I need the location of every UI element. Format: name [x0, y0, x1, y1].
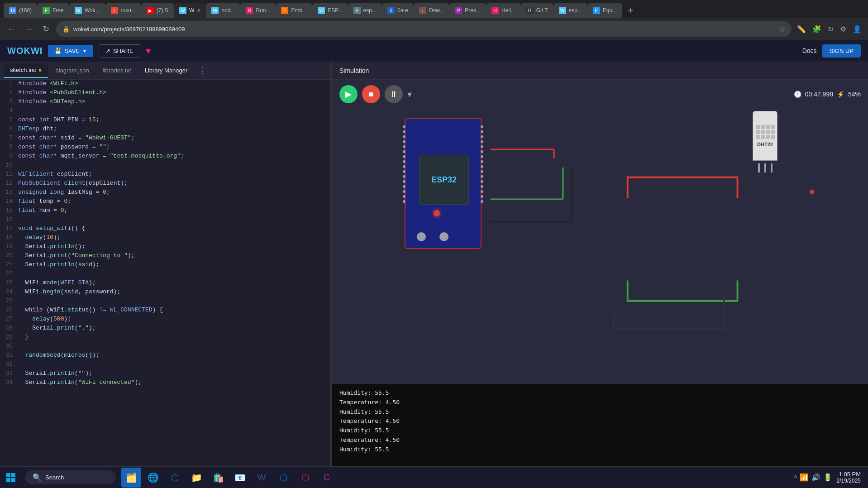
code-line-34: 34 Serial.println("WiFi connected");: [0, 378, 330, 388]
back-button[interactable]: ←: [5, 22, 18, 36]
tab-title-1: (160): [19, 7, 32, 14]
heart-button[interactable]: ♥: [146, 46, 151, 56]
tab-1[interactable]: 16 (160): [4, 3, 37, 18]
tab-14[interactable]: P Pres...: [449, 3, 486, 18]
tab-favicon-9: E: [281, 7, 288, 14]
tab-10[interactable]: W ESP...: [312, 3, 348, 18]
tab-8[interactable]: R Run...: [240, 3, 276, 18]
tab-12[interactable]: 0 0a-e: [382, 3, 414, 18]
code-line-13: 13 unsigned long lastMsg = 0;: [0, 188, 330, 197]
tab-18[interactable]: E Equ...: [587, 3, 622, 18]
lock-icon: 🔒: [62, 26, 70, 33]
tab-sketch-ino[interactable]: sketch.ino●: [4, 63, 48, 78]
tab-title-4: ruku...: [121, 7, 136, 14]
start-button[interactable]: [0, 467, 22, 488]
tab-title-6: W: [189, 7, 194, 14]
code-line-1: 1 #include <WiFi.h>: [0, 80, 330, 89]
time-display[interactable]: 1:05 PM 2/19/2025: [837, 471, 861, 484]
taskbar-app-explorer[interactable]: 📁: [186, 468, 206, 488]
svg-rect-7: [11, 473, 15, 477]
status-dot: [810, 190, 814, 194]
tab-favicon-5: ▶: [147, 7, 154, 14]
tab-15[interactable]: H Hell...: [486, 3, 521, 18]
taskbar-app-browser[interactable]: 🌐: [143, 468, 163, 488]
stop-button[interactable]: ■: [362, 85, 380, 103]
search-icon: 🔍: [33, 473, 42, 482]
tab-library-manager[interactable]: Library Manager: [138, 63, 194, 77]
code-panel: sketch.ino● diagram.json libraries.txt L…: [0, 62, 330, 488]
app-header: WOKWI 💾 SAVE ▼ ↗ SHARE ♥ Docs SIGN UP: [0, 40, 868, 62]
wifi-icon[interactable]: 📶: [800, 473, 809, 482]
taskbar-search-box[interactable]: 🔍 Search: [25, 470, 116, 484]
tab-close-6[interactable]: ×: [197, 7, 200, 14]
esp32-board: ESP32: [405, 118, 482, 249]
tab-title-7: nod...: [221, 7, 235, 14]
taskbar-app-word[interactable]: W: [252, 468, 272, 488]
account-icon[interactable]: 👤: [851, 23, 863, 35]
taskbar-app-vscode[interactable]: ⬡: [273, 468, 293, 488]
tab-favicon-8: R: [246, 7, 253, 14]
share-button[interactable]: ↗ SHARE: [99, 44, 140, 57]
taskbar-app-store[interactable]: 🛍️: [208, 468, 228, 488]
reload-button[interactable]: ↻: [39, 22, 52, 36]
forward-button[interactable]: →: [22, 22, 35, 36]
save-button[interactable]: 💾 SAVE ▼: [48, 45, 93, 57]
tray-chevron[interactable]: ^: [794, 474, 797, 481]
serial-line-7: Humidity: 55.5: [339, 445, 861, 455]
mail-icon: 📧: [234, 472, 246, 483]
tab-title-13: Dow...: [429, 7, 444, 14]
tab-13[interactable]: ↓ Dow...: [414, 3, 449, 18]
code-line-33: 33 Serial.println("");: [0, 369, 330, 378]
docs-link[interactable]: Docs: [802, 47, 817, 54]
tab-2[interactable]: F Free: [37, 3, 69, 18]
taskbar-app-sql[interactable]: ⬡: [295, 468, 315, 488]
tab-16[interactable]: G Git T: [521, 3, 553, 18]
speaker-icon[interactable]: 🔊: [811, 473, 820, 482]
taskbar-app-mail[interactable]: 📧: [230, 468, 250, 488]
code-line-19: 19 Serial.println();: [0, 243, 330, 252]
tab-6-active[interactable]: W W ×: [174, 3, 206, 18]
code-line-16: 16: [0, 215, 330, 225]
settings-icon[interactable]: ⚙: [838, 23, 848, 35]
wifi-dropdown[interactable]: ▾: [407, 89, 412, 100]
tab-favicon-11: e: [353, 7, 361, 14]
tab-11[interactable]: e esp...: [348, 3, 382, 18]
star-icon[interactable]: ☆: [779, 25, 785, 33]
app: WOKWI 💾 SAVE ▼ ↗ SHARE ♥ Docs SIGN UP sk…: [0, 40, 868, 488]
extensions-icon[interactable]: 🧩: [811, 23, 823, 35]
play-button[interactable]: ▶: [339, 85, 358, 103]
more-tabs-button[interactable]: ⋮: [195, 64, 210, 77]
signup-button[interactable]: SIGN UP: [822, 44, 861, 57]
circuit-canvas[interactable]: ESP32: [332, 109, 868, 383]
code-line-9: 9 const char* mqtt_server = "test.mosqui…: [0, 152, 330, 161]
tab-diagram-json[interactable]: diagram.json: [49, 63, 95, 77]
tab-title-17: esp...: [569, 7, 582, 14]
taskbar-right: ^ 📶 🔊 🔋 1:05 PM 2/19/2025: [794, 471, 868, 484]
reload-addr-icon[interactable]: ↻: [826, 23, 835, 35]
url-box[interactable]: 🔒 wokwi.com/projects/369702188899089409 …: [56, 21, 792, 37]
share-icon: ↗: [105, 48, 110, 54]
tab-7[interactable]: W nod...: [206, 3, 240, 18]
code-line-30: 30: [0, 342, 330, 351]
taskbar-apps: 🗂️ 🌐 ⬡ 📁 🛍️ 📧 W ⬡ ⬡ C: [121, 468, 337, 488]
taskbar-app-files[interactable]: 🗂️: [121, 468, 141, 488]
taskbar-app-cpp[interactable]: C: [317, 468, 337, 488]
tab-3[interactable]: W Wok...: [69, 3, 105, 18]
battery-icon[interactable]: 🔋: [823, 473, 832, 482]
edge-icon: ⬡: [171, 472, 179, 483]
tab-libraries-txt[interactable]: libraries.txt: [96, 63, 138, 77]
code-line-8: 8 const char* password = "";: [0, 143, 330, 152]
edit-icon[interactable]: ✏️: [795, 23, 808, 35]
new-tab-button[interactable]: +: [624, 5, 637, 16]
tab-5[interactable]: ▶ (7) S: [141, 3, 174, 18]
tab-17[interactable]: W esp...: [553, 3, 587, 18]
code-line-6: 6 DHTesp dht;: [0, 125, 330, 134]
code-line-22: 22: [0, 270, 330, 279]
date-value: 2/19/2025: [837, 478, 861, 484]
code-editor[interactable]: 1 #include <WiFi.h> 2 #include <PubSubCl…: [0, 80, 330, 488]
pause-button[interactable]: ⏸: [385, 85, 403, 103]
search-text: Search: [45, 474, 64, 481]
tab-4[interactable]: r ruku...: [105, 3, 141, 18]
taskbar-app-edge[interactable]: ⬡: [165, 468, 185, 488]
tab-9[interactable]: E Emb...: [276, 3, 312, 18]
